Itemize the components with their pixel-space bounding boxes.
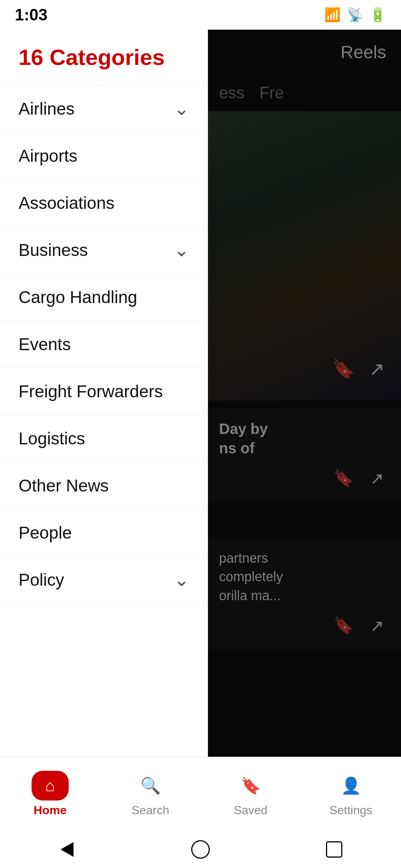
- category-item-airports[interactable]: Airports: [0, 132, 208, 180]
- category-label-logistics: Logistics: [19, 428, 85, 448]
- nav-label-search: Search: [131, 803, 169, 817]
- system-nav: [0, 831, 401, 868]
- bottom-nav: ⌂Home🔍Search🔖Saved👤Settings: [0, 757, 401, 831]
- category-item-policy[interactable]: Policy⌄: [0, 556, 208, 604]
- time: 1:03: [15, 6, 48, 24]
- wifi-icon: 📡: [347, 7, 363, 23]
- category-label-freight-forwarders: Freight Forwarders: [19, 381, 163, 401]
- categories-list: Airlines⌄AirportsAssociationsBusiness⌄Ca…: [0, 81, 208, 868]
- sys-nav-back[interactable]: [52, 835, 82, 864]
- nav-item-search[interactable]: 🔍Search: [113, 771, 188, 817]
- category-item-associations[interactable]: Associations: [0, 180, 208, 227]
- chevron-icon-business: ⌄: [174, 241, 189, 259]
- category-item-events[interactable]: Events: [0, 321, 208, 368]
- category-label-people: People: [19, 523, 72, 543]
- category-label-airlines: Airlines: [19, 99, 75, 119]
- nav-item-home[interactable]: ⌂Home: [13, 771, 87, 817]
- category-label-other-news: Other News: [19, 476, 109, 496]
- category-item-logistics[interactable]: Logistics: [0, 415, 208, 462]
- category-label-associations: Associations: [19, 193, 114, 213]
- status-bar: 1:03 📶 📡 🔋: [0, 0, 401, 30]
- category-item-freight-forwarders[interactable]: Freight Forwarders: [0, 368, 208, 415]
- nav-icon-wrap-settings: 👤: [332, 771, 369, 800]
- category-item-people[interactable]: People: [0, 509, 208, 556]
- nav-label-settings: Settings: [329, 803, 372, 817]
- chevron-icon-policy: ⌄: [174, 571, 189, 589]
- category-label-cargo-handling: Cargo Handling: [19, 287, 137, 307]
- drawer-title: 16 Categories: [19, 45, 189, 70]
- category-item-business[interactable]: Business⌄: [0, 227, 208, 274]
- nav-item-settings[interactable]: 👤Settings: [314, 771, 388, 817]
- category-label-business: Business: [19, 240, 88, 260]
- category-label-policy: Policy: [19, 570, 64, 590]
- nav-item-saved[interactable]: 🔖Saved: [213, 771, 288, 817]
- nav-home-icon: ⌂: [45, 776, 55, 795]
- drawer-header: 16 Categories: [0, 30, 208, 81]
- chevron-icon-airlines: ⌄: [174, 99, 189, 118]
- signal-icon: 📶: [324, 7, 341, 23]
- nav-saved-icon: 🔖: [241, 776, 261, 795]
- nav-icon-wrap-search: 🔍: [132, 771, 169, 800]
- overlay[interactable]: [208, 0, 401, 868]
- category-item-cargo-handling[interactable]: Cargo Handling: [0, 274, 208, 321]
- categories-drawer: 16 Categories Airlines⌄AirportsAssociati…: [0, 0, 208, 868]
- category-item-airlines[interactable]: Airlines⌄: [0, 85, 208, 132]
- nav-icon-wrap-saved: 🔖: [232, 771, 269, 800]
- sys-nav-square[interactable]: [319, 835, 349, 864]
- sys-nav-home[interactable]: [186, 835, 215, 864]
- nav-label-saved: Saved: [234, 803, 268, 817]
- nav-settings-icon: 👤: [341, 776, 361, 795]
- category-item-other-news[interactable]: Other News: [0, 462, 208, 509]
- nav-label-home: Home: [34, 803, 67, 817]
- nav-search-icon: 🔍: [140, 776, 161, 795]
- category-label-events: Events: [19, 334, 71, 354]
- status-icons: 📶 📡 🔋: [324, 7, 386, 23]
- nav-icon-wrap-home: ⌂: [32, 771, 69, 800]
- battery-icon: 🔋: [369, 7, 386, 23]
- category-label-airports: Airports: [19, 146, 77, 166]
